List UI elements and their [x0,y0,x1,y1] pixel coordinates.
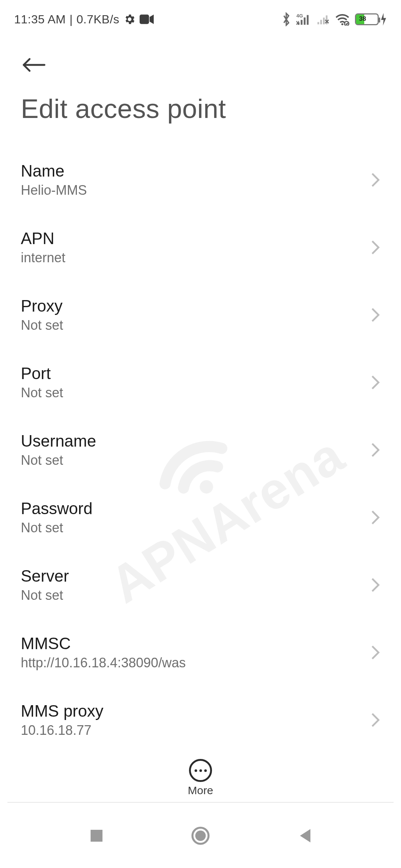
nav-back-button[interactable] [293,825,316,847]
status-bar: 11:35 AM | 0.7KB/s 4G 38 [0,0,401,30]
setting-label: Server [21,567,69,585]
svg-rect-13 [91,830,102,842]
chevron-right-icon [371,442,380,458]
setting-server[interactable]: Server Not set [21,551,380,619]
page-title: Edit access point [0,85,401,146]
setting-value: internet [21,250,65,266]
svg-rect-4 [301,20,303,25]
setting-password[interactable]: Password Not set [21,484,380,551]
setting-apn[interactable]: APN internet [21,214,380,281]
svg-point-11 [341,23,343,25]
chevron-right-icon [371,375,380,390]
chevron-right-icon [371,510,380,525]
setting-name[interactable]: Name Helio-MMS [21,146,380,214]
svg-rect-6 [307,15,309,25]
setting-label: APN [21,229,65,248]
setting-value: Not set [21,318,63,333]
status-divider: | [69,13,73,26]
chevron-right-icon [371,172,380,188]
status-time: 11:35 AM [14,13,66,26]
setting-mms-proxy[interactable]: MMS proxy 10.16.18.77 [21,686,380,754]
more-label: More [188,784,213,797]
setting-value: Helio-MMS [21,183,87,198]
navigation-bar [0,815,401,856]
svg-rect-7 [317,22,319,24]
setting-username[interactable]: Username Not set [21,416,380,484]
setting-label: Username [21,432,96,450]
battery-icon: 38 [355,13,387,26]
setting-value: Not set [21,520,92,536]
bottom-divider [7,802,394,803]
setting-value: 10.16.18.77 [21,723,103,738]
gear-icon [123,13,136,26]
setting-value: http://10.16.18.4:38090/was [21,655,186,671]
setting-port[interactable]: Port Not set [21,349,380,416]
setting-proxy[interactable]: Proxy Not set [21,281,380,349]
signal-none-icon [316,13,330,26]
charging-icon [380,13,387,26]
setting-label: Password [21,499,92,518]
more-button[interactable] [189,759,212,782]
setting-value: Not set [21,453,96,468]
signal-4g-icon: 4G [296,13,311,26]
setting-mmsc[interactable]: MMSC http://10.16.18.4:38090/was [21,619,380,686]
nav-recent-button[interactable] [85,825,108,847]
setting-label: Name [21,162,87,180]
video-icon [140,14,154,24]
svg-rect-1 [140,14,149,24]
svg-rect-9 [323,18,325,24]
setting-label: Port [21,364,63,383]
setting-label: Proxy [21,297,63,315]
chevron-right-icon [371,645,380,660]
status-data-rate: 0.7KB/s [76,13,120,26]
chevron-right-icon [371,307,380,323]
settings-list: Name Helio-MMS APN internet Proxy Not se… [0,146,401,754]
bluetooth-icon [281,12,291,26]
setting-value: Not set [21,385,63,401]
back-button[interactable] [21,52,47,78]
nav-home-button[interactable] [189,825,212,847]
svg-text:4G: 4G [296,13,303,19]
more-icon [195,769,207,772]
setting-label: MMS proxy [21,702,103,720]
svg-point-15 [195,831,206,841]
svg-rect-8 [320,20,322,24]
setting-label: MMSC [21,634,186,653]
chevron-right-icon [371,240,380,255]
wifi-icon [335,13,350,26]
svg-rect-5 [304,17,306,25]
setting-value: Not set [21,588,69,603]
chevron-right-icon [371,712,380,728]
chevron-right-icon [371,577,380,593]
